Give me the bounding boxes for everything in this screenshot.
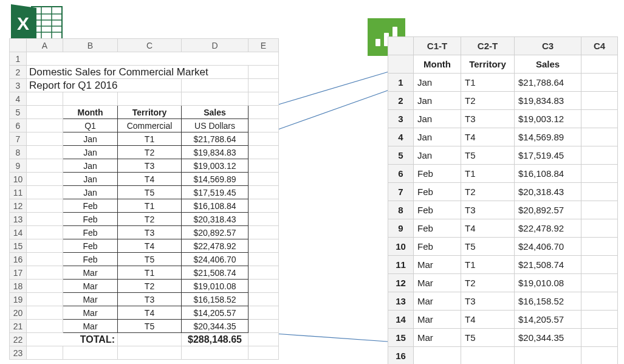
subheader-q[interactable]: Q1 <box>63 119 118 132</box>
row-header[interactable]: 8 <box>388 201 414 219</box>
table-row[interactable]: 15FebT4$22,478.92 <box>10 239 279 253</box>
row-header[interactable]: 15 <box>10 239 27 253</box>
table-row[interactable]: 18MarT2$19,010.08 <box>10 280 279 293</box>
table-row[interactable]: 7JanT1$21,788.64 <box>10 132 279 146</box>
col-header[interactable]: E <box>249 39 279 52</box>
table-row[interactable]: 8FebT3$20,892.57 <box>388 201 618 219</box>
table-row[interactable]: 21MarT5$20,344.35 <box>10 320 279 333</box>
cell[interactable] <box>27 199 63 213</box>
table-row[interactable]: 17MarT1$21,508.74 <box>10 266 279 280</box>
cell-territory[interactable]: T5 <box>118 186 182 199</box>
cell-sales[interactable]: $19,010.08 <box>182 280 249 293</box>
row-header[interactable]: 23 <box>10 346 27 360</box>
cell[interactable] <box>249 239 279 253</box>
table-row[interactable]: 12MarT2$19,010.08 <box>388 274 618 292</box>
cell-month[interactable]: Jan <box>63 186 118 199</box>
cell-territory[interactable]: T5 <box>461 238 515 256</box>
cell[interactable] <box>581 92 618 110</box>
cell-month[interactable]: Feb <box>63 199 118 213</box>
cell[interactable] <box>581 128 618 146</box>
table-row[interactable]: 8JanT2$19,834.83 <box>10 146 279 159</box>
cell-month[interactable]: Jan <box>63 132 118 146</box>
cell-territory[interactable]: T2 <box>461 183 515 201</box>
cell[interactable] <box>27 173 63 186</box>
table-row[interactable]: 9JanT3$19,003.12 <box>10 159 279 173</box>
cell[interactable] <box>118 346 182 360</box>
row-header[interactable]: 4 <box>388 128 414 146</box>
row-header[interactable]: 14 <box>10 226 27 239</box>
cell[interactable] <box>27 293 63 306</box>
cell[interactable] <box>27 146 63 159</box>
cell-territory[interactable]: T2 <box>118 213 182 226</box>
row-header[interactable]: 4 <box>10 92 27 106</box>
cell-month[interactable]: Mar <box>63 266 118 280</box>
cell[interactable] <box>27 226 63 239</box>
cell[interactable] <box>182 92 249 106</box>
cell-sales[interactable]: $14,205.57 <box>515 311 581 329</box>
cell[interactable] <box>249 66 279 79</box>
cell-territory[interactable]: T1 <box>461 256 515 274</box>
cell-sales[interactable]: $24,406.70 <box>182 253 249 266</box>
table-row[interactable]: 9FebT4$22,478.92 <box>388 219 618 238</box>
table-row[interactable]: 4JanT4$14,569.89 <box>388 128 618 146</box>
cell[interactable] <box>581 201 618 219</box>
table-row[interactable]: 3JanT3$19,003.12 <box>388 110 618 128</box>
subheader-sales[interactable]: Sales <box>515 55 581 74</box>
cell[interactable] <box>249 226 279 239</box>
cell-territory[interactable]: T4 <box>461 128 515 146</box>
col-header[interactable]: C4 <box>581 37 618 55</box>
cell[interactable] <box>249 253 279 266</box>
cell[interactable] <box>581 146 618 165</box>
cell-month[interactable]: Feb <box>63 253 118 266</box>
table-row[interactable]: 13FebT2$20,318.43 <box>10 213 279 226</box>
row-header[interactable]: 10 <box>10 173 27 186</box>
row-header[interactable]: 10 <box>388 238 414 256</box>
cell-sales[interactable]: $14,205.57 <box>182 306 249 320</box>
row-header[interactable]: 6 <box>388 165 414 183</box>
cell-territory[interactable]: T2 <box>461 92 515 110</box>
cell-sales[interactable]: $16,108.84 <box>515 165 581 183</box>
cell-sales[interactable]: $17,519.45 <box>515 146 581 165</box>
cell[interactable] <box>63 92 118 106</box>
cell-month[interactable]: Jan <box>63 173 118 186</box>
col-header[interactable]: B <box>63 39 118 52</box>
row-header[interactable]: 13 <box>10 213 27 226</box>
row-header[interactable]: 12 <box>10 199 27 213</box>
table-row[interactable]: 1JanT1$21,788.64 <box>388 74 618 92</box>
cell-territory[interactable]: T3 <box>461 110 515 128</box>
cell-territory[interactable]: T1 <box>118 132 182 146</box>
cell-month[interactable]: Feb <box>414 183 461 201</box>
row-header[interactable]: 17 <box>10 266 27 280</box>
table-row[interactable]: 11JanT5$17,519.45 <box>10 186 279 199</box>
cell-month[interactable]: Mar <box>63 306 118 320</box>
cell[interactable] <box>27 92 63 106</box>
row-header[interactable]: 3 <box>388 110 414 128</box>
cell-month[interactable]: Mar <box>414 292 461 311</box>
total-value[interactable]: $288,148.65 <box>182 333 249 346</box>
header-sales[interactable]: Sales <box>182 106 249 119</box>
cell-month[interactable]: Mar <box>63 280 118 293</box>
cell[interactable] <box>249 186 279 199</box>
cell[interactable] <box>249 92 279 106</box>
cell-territory[interactable]: T4 <box>118 239 182 253</box>
row-header[interactable]: 12 <box>388 274 414 292</box>
cell-territory[interactable]: T4 <box>118 173 182 186</box>
header-month[interactable]: Month <box>63 106 118 119</box>
row-header[interactable]: 5 <box>10 106 27 119</box>
cell-sales[interactable]: $14,569.89 <box>515 128 581 146</box>
title-cell[interactable]: Domestic Sales for Commercial Market <box>27 66 249 79</box>
cell-month[interactable]: Feb <box>414 219 461 238</box>
cell-sales[interactable]: $20,892.57 <box>182 226 249 239</box>
cell[interactable] <box>581 219 618 238</box>
cell[interactable] <box>27 346 63 360</box>
cell[interactable] <box>581 110 618 128</box>
cell-sales[interactable]: $14,569.89 <box>182 173 249 186</box>
cell[interactable] <box>27 320 63 333</box>
cell[interactable] <box>27 239 63 253</box>
cell[interactable] <box>515 347 581 365</box>
cell-month[interactable]: Feb <box>63 226 118 239</box>
table-row[interactable]: 7FebT2$20,318.43 <box>388 183 618 201</box>
cell-month[interactable]: Jan <box>414 92 461 110</box>
row-header[interactable] <box>388 55 414 74</box>
subheader-seg[interactable]: Commercial <box>118 119 182 132</box>
